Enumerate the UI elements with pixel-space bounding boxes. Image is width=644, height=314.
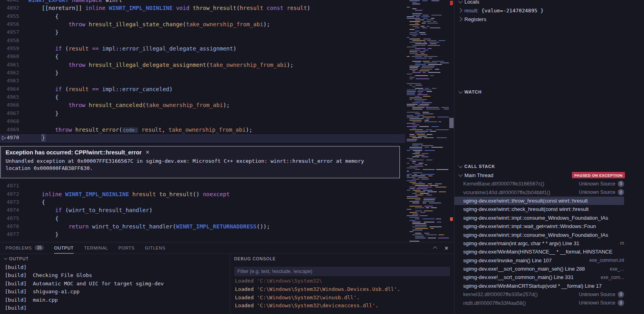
line-number[interactable]: 4958 [0, 37, 19, 45]
locals-label: Locals [464, 0, 480, 5]
execution-pointer-icon: ▷ [2, 135, 6, 140]
callstack-frame[interactable]: ntdll.dll!00007ffe33f4aa58()Unknown Sour… [454, 298, 624, 307]
line-number[interactable]: 4959 [0, 45, 19, 53]
callstack-frame[interactable]: sgimg-dev.exe!winrt::impl::wait_get<winr… [454, 222, 624, 230]
code-line[interactable]: 4974 if (winrt_to_hresult_handler) [0, 207, 405, 215]
code-line[interactable]: 4975 { [0, 215, 405, 223]
panel-tab-output[interactable]: OUTPUT [54, 242, 74, 254]
line-number[interactable]: 4955 [0, 13, 19, 21]
code-text: WINRT_EXPORT namespace winrt [28, 0, 122, 5]
code-line[interactable]: 4976 return winrt_to_hresult_handler(WIN… [0, 223, 405, 231]
thread-name: Main Thread [464, 172, 493, 178]
line-number[interactable]: 4966 [0, 102, 19, 110]
code-line[interactable]: 4957 } [0, 29, 405, 37]
code-line[interactable]: 4971 [0, 183, 405, 191]
code-line[interactable]: 4962 } [0, 70, 405, 78]
line-number[interactable]: 4963 [0, 78, 19, 86]
line-number[interactable]: 4976 [0, 223, 19, 231]
code-text: throw hresult_canceled(take_ownership_fr… [28, 102, 230, 110]
line-number[interactable]: 4965 [0, 94, 19, 102]
locals-scope[interactable]: Locals [454, 0, 644, 6]
panel-tab-ports[interactable]: PORTS [118, 242, 135, 254]
panel-tab-problems[interactable]: PROBLEMS15 [6, 242, 44, 254]
minimap[interactable] [405, 0, 449, 242]
debug-console-line: Loaded 'C:\Windows\System32\deviceaccess… [230, 302, 454, 310]
debug-console-line: Loaded 'C:\Windows\System32\Windows.Devi… [230, 285, 454, 294]
line-number[interactable]: 4973 [0, 199, 19, 207]
line-number[interactable]: 4960 [0, 53, 19, 61]
callstack-frame[interactable]: KernelBase.dll!00007ffe3166567c()Unknown… [454, 179, 624, 188]
code-line[interactable]: 4963 [0, 78, 405, 86]
line-number[interactable]: 4961 [0, 62, 19, 70]
code-line[interactable]: 4958 [0, 37, 405, 45]
editor-scrollbar[interactable] [449, 0, 454, 242]
frame-name: sgimg-dev.exe!winrt::check_hresult(const… [463, 206, 624, 212]
callstack-frame[interactable]: sgimg-dev.exe!__scrt_common_main_seh() L… [454, 265, 624, 273]
callstack-frame[interactable]: sgimg-dev.exe!winrt::throw_hresult(const… [454, 197, 624, 205]
line-number[interactable]: 4971 [0, 183, 19, 191]
variable-value: {value=-2147024895 } [481, 8, 544, 14]
code-line[interactable]: 4967 } [0, 110, 405, 118]
code-text: throw hresult_illegal_delegate_assignmen… [28, 62, 294, 70]
callstack-frame[interactable]: sgimg-dev.exe!__scrt_common_main() Line … [454, 273, 624, 281]
code-line[interactable]: 4642WINRT_EXPORT namespace winrt [0, 0, 405, 5]
code-text: } [28, 70, 59, 78]
callstack-frame[interactable]: sgimg-dev.exe!main(int argc, char * * ar… [454, 239, 624, 248]
scrollbar-thumb[interactable] [449, 118, 454, 128]
code-line[interactable]: 4977 } [0, 231, 405, 239]
code-line[interactable]: 4970▷ } [0, 135, 405, 142]
code-line[interactable]: 4973 { [0, 199, 405, 207]
callstack-frame[interactable]: sgimg-dev.exe!WinMain(HINSTANCE__ * __fo… [454, 248, 624, 256]
panel-tab-terminal[interactable]: TERMINAL [84, 242, 108, 254]
line-number[interactable]: 4974 [0, 207, 19, 215]
chevron-down-icon [458, 89, 463, 94]
code-line[interactable]: 4969 throw hresult_error(code: result, t… [0, 127, 405, 135]
frame-source: exe_common.inl [585, 257, 624, 263]
callstack-frame[interactable]: sgimg-dev.exe!invoke_main() Line 107exe_… [454, 256, 624, 265]
callstack-section-header[interactable]: CALL STACK [454, 162, 644, 171]
code-line[interactable]: 4892 [[noreturn]] inline WINRT_IMPL_NOIN… [0, 5, 405, 13]
line-number[interactable]: 4972 [0, 191, 19, 199]
panel-actions: × [434, 242, 448, 254]
thread-row[interactable]: Main Thread PAUSED ON EXCEPTION [454, 171, 644, 179]
debug-filter-input[interactable] [234, 267, 450, 276]
code-line[interactable]: 4955 { [0, 13, 405, 21]
line-number[interactable]: 4969 [0, 127, 19, 135]
code-line[interactable]: 4964 if (result == impl::error_canceled) [0, 86, 405, 94]
code-line[interactable]: 4959 if (result == impl::error_illegal_d… [0, 45, 405, 53]
close-icon[interactable]: × [146, 149, 149, 156]
code-text: { [28, 94, 59, 102]
line-number[interactable]: 4968 [0, 118, 19, 126]
variable-row-result[interactable]: result: {value=-2147024895 } [454, 6, 644, 15]
frame-name: KernelBase.dll!00007ffe3166567c() [463, 181, 575, 187]
line-number[interactable]: 4642 [0, 0, 19, 5]
line-number[interactable]: 4977 [0, 231, 19, 239]
callstack-frame[interactable]: sgimg-dev.exe!winrt::impl::consume_Windo… [454, 214, 624, 222]
callstack-frame[interactable]: kernel32.dll!00007ffe335e257d()Unknown S… [454, 290, 624, 298]
callstack-frame[interactable]: sgimg-dev.exe!winrt::impl::consume_Windo… [454, 230, 624, 239]
code-line[interactable]: 4972 inline WINRT_IMPL_NOINLINE hresult … [0, 191, 405, 199]
code-line[interactable]: 4968 [0, 118, 405, 126]
callstack-frame[interactable]: sgimg-dev.exe!WinMainCRTStartup(void * _… [454, 282, 624, 290]
code-line[interactable]: 4965 { [0, 94, 405, 102]
line-number[interactable]: 4967 [0, 110, 19, 118]
line-number[interactable]: 4962 [0, 70, 19, 78]
line-number[interactable]: 4964 [0, 86, 19, 94]
line-number[interactable]: 4975 [0, 215, 19, 223]
debug-console-header[interactable]: DEBUG CONSOLE [230, 254, 454, 263]
close-panel-icon[interactable]: × [444, 245, 448, 252]
line-number[interactable]: 4957 [0, 29, 19, 37]
callstack-frame[interactable]: vcruntime140d.dll!00007ffe2b04bbf1()Unkn… [454, 188, 624, 196]
code-line[interactable]: 4961 throw hresult_illegal_delegate_assi… [0, 62, 405, 70]
code-line[interactable]: 4966 throw hresult_canceled(take_ownersh… [0, 102, 405, 110]
code-line[interactable]: 4960 { [0, 53, 405, 61]
watch-section-header[interactable]: WATCH [454, 88, 644, 96]
line-number[interactable]: 4956 [0, 21, 19, 29]
panel-tab-gitlens[interactable]: GITLENS [145, 242, 165, 254]
line-number[interactable]: 4892 [0, 5, 19, 13]
registers-scope[interactable]: Registers [454, 15, 644, 23]
callstack-frame[interactable]: sgimg-dev.exe!winrt::check_hresult(const… [454, 205, 624, 213]
code-line[interactable]: 4956 throw hresult_illegal_state_change(… [0, 21, 405, 29]
output-pane-header[interactable]: OUTPUT [0, 254, 230, 263]
code-editor[interactable]: 4642WINRT_EXPORT namespace winrt4892 [[n… [0, 0, 405, 242]
